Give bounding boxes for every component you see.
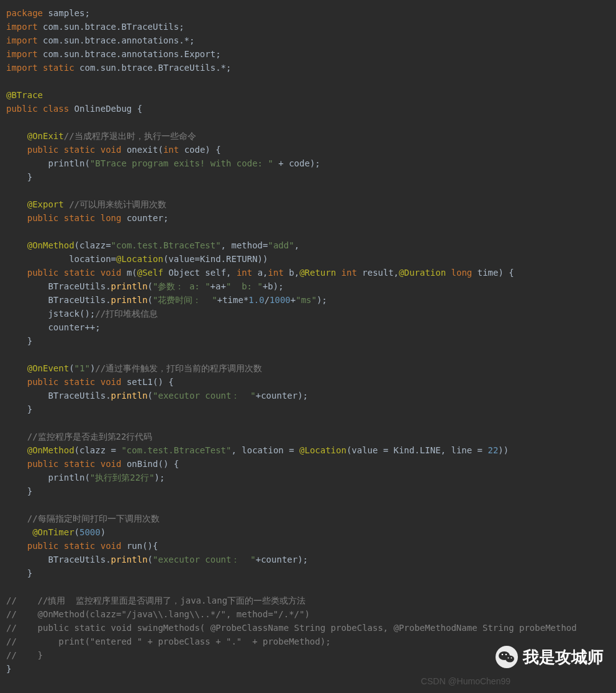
string: "花费时间： " — [153, 295, 217, 305]
string: "com.test.BtraceTest" — [121, 445, 231, 455]
keyword: static — [58, 145, 95, 155]
annotation: @OnMethod — [6, 445, 75, 455]
svg-point-6 — [511, 658, 512, 659]
text: code) { — [179, 145, 220, 155]
annotation: @OnEvent — [6, 363, 69, 373]
text: Object self, — [163, 268, 237, 278]
text: ); — [155, 473, 165, 482]
text: + — [291, 295, 296, 305]
text: +time* — [217, 295, 249, 305]
text: } — [6, 486, 32, 496]
number: 1000 — [270, 295, 291, 305]
annotation: @Return — [299, 268, 336, 278]
text: +counter); — [256, 555, 308, 564]
svg-point-3 — [502, 654, 504, 656]
keyword: public — [6, 268, 58, 278]
text: b, — [284, 268, 299, 278]
comment: // //慎用 监控程序里面是否调用了，java.lang下面的一些类或方法 — [6, 596, 306, 605]
string: "executor count： " — [153, 555, 256, 564]
annotation: @Location — [299, 445, 346, 455]
text: } — [6, 568, 32, 578]
text: BTraceUtils. — [6, 555, 111, 564]
keyword: package — [6, 8, 43, 18]
text: +b); — [263, 281, 284, 291]
text: com.sun.btrace.BTraceUtils.*; — [75, 63, 232, 73]
comment: // } — [6, 650, 43, 660]
keyword: void — [95, 541, 121, 551]
keyword: import — [6, 35, 38, 45]
text: ); — [317, 295, 327, 305]
comment: //打印堆栈信息 — [95, 309, 158, 319]
annotation: @OnMethod — [6, 240, 75, 250]
keyword: int — [163, 145, 179, 155]
svg-point-4 — [505, 654, 507, 656]
comment: //通过事件触发，打印当前的程序调用次数 — [95, 363, 262, 373]
text: BTraceUtils. — [6, 391, 111, 401]
comment: //可以用来统计调用次数 — [69, 199, 166, 209]
text: println( — [6, 473, 90, 482]
annotation: @BTrace — [6, 90, 43, 100]
keyword: import — [6, 22, 38, 32]
string: "ms" — [296, 295, 317, 305]
keyword: public — [6, 145, 58, 155]
method: println — [111, 555, 148, 564]
text: BTraceUtils. — [6, 281, 111, 291]
text: ( — [148, 391, 153, 401]
keyword: public — [6, 104, 38, 114]
watermark-text: 我是攻城师 — [523, 650, 604, 664]
wechat-watermark: 我是攻城师 — [496, 646, 604, 668]
string: "参数： a: " — [153, 281, 211, 291]
method: println — [111, 391, 148, 401]
text: onBind() { — [121, 459, 179, 469]
comment: // @OnMethod(clazz="/java\\.lang\\..*/",… — [6, 609, 310, 619]
comment: //监控程序是否走到第22行代码 — [6, 432, 152, 442]
keyword: void — [95, 145, 121, 155]
keyword: static — [58, 541, 95, 551]
text: ( — [148, 555, 153, 564]
text: ( — [69, 363, 74, 373]
text: } — [6, 664, 11, 674]
text: jstack(); — [6, 309, 95, 319]
annotation: @OnExit — [6, 131, 64, 141]
annotation: @Location — [116, 254, 163, 264]
text: onexit( — [121, 145, 163, 155]
text: run(){ — [121, 541, 158, 551]
keyword: void — [95, 268, 121, 278]
text: )) — [498, 445, 509, 455]
keyword: void — [95, 459, 121, 469]
text: location= — [6, 254, 116, 264]
text: / — [265, 295, 270, 305]
keyword: long — [95, 213, 121, 223]
keyword: int — [336, 268, 357, 278]
comment: //当成程序退出时，执行一些命令 — [64, 131, 196, 141]
string: "add" — [268, 240, 294, 250]
annotation: @OnTimer — [6, 527, 75, 537]
annotation: @Export — [6, 199, 69, 209]
code-block: package samples; import com.sun.btrace.B… — [0, 0, 616, 682]
keyword: void — [95, 377, 121, 387]
keyword: static — [58, 268, 95, 278]
keyword: static — [38, 63, 75, 73]
keyword: public — [6, 541, 58, 551]
string: "1" — [75, 363, 90, 373]
text: } — [6, 404, 32, 414]
text: samples; — [43, 8, 90, 18]
text: , — [294, 240, 299, 250]
keyword: static — [58, 459, 95, 469]
keyword: long — [446, 268, 472, 278]
text: } — [6, 172, 32, 182]
string: "com.test.BtraceTest" — [111, 240, 221, 250]
keyword: public — [6, 213, 58, 223]
text: (value = Kind.LINE, line = — [346, 445, 488, 455]
text: BTraceUtils. — [6, 295, 111, 305]
text: setL1() { — [121, 377, 173, 387]
method: println — [111, 281, 148, 291]
text: ) — [101, 527, 106, 537]
keyword: public — [6, 377, 58, 387]
text: , method= — [221, 240, 268, 250]
text: time) { — [472, 268, 514, 278]
csdn-watermark: CSDN @HumoChen99 — [421, 674, 510, 688]
text: m( — [121, 268, 137, 278]
text: println( — [6, 158, 90, 168]
number: 1.0 — [248, 295, 264, 305]
